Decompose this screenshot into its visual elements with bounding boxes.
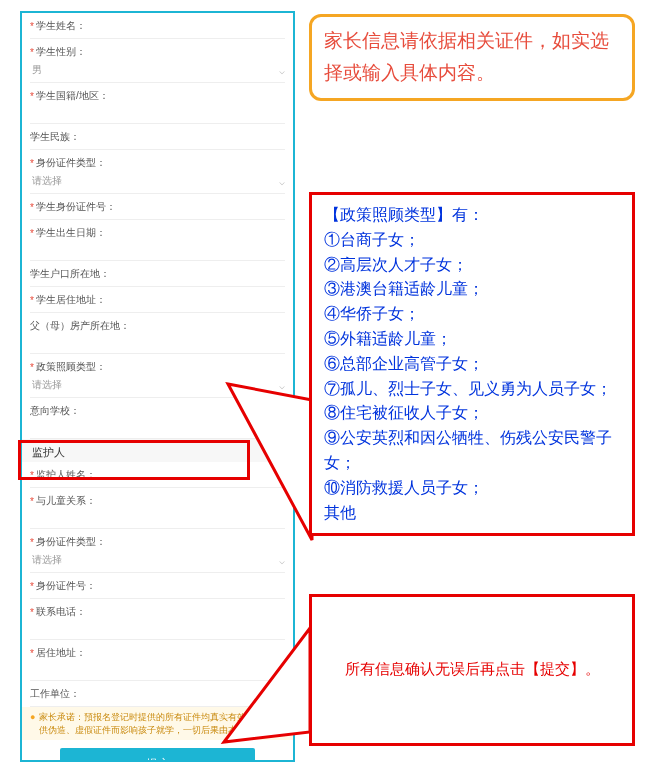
label: 学生国籍/地区： (36, 89, 109, 103)
field-residence[interactable]: *学生居住地址： (30, 287, 285, 313)
policy-item: ④华侨子女； (324, 302, 620, 327)
annotation-policy-types: 【政策照顾类型】有： ①台商子女；②高层次人才子女；③港澳台籍适龄儿童；④华侨子… (309, 192, 635, 536)
form-area: *学生姓名： *学生性别： 男⌵ *学生国籍/地区： 学生民族： *身份证件类型… (22, 13, 293, 762)
policy-item: ⑩消防救援人员子女； (324, 476, 620, 501)
value: 请选择 (32, 378, 62, 392)
field-birthdate[interactable]: *学生出生日期： (30, 220, 285, 261)
label: 父（母）房产所在地： (30, 319, 130, 333)
value: 男 (32, 63, 42, 77)
field-workplace[interactable]: 工作单位： (30, 681, 285, 707)
field-id-number[interactable]: *学生身份证件号： (30, 194, 285, 220)
policy-item: ⑨公安英烈和因公牺牲、伤残公安民警子女； (324, 426, 620, 476)
label: 意向学校： (30, 404, 80, 418)
warning-icon: ● (30, 711, 35, 736)
chevron-down-icon: ⌵ (279, 555, 285, 566)
field-property[interactable]: 父（母）房产所在地： (30, 313, 285, 354)
phone-frame: *学生姓名： *学生性别： 男⌵ *学生国籍/地区： 学生民族： *身份证件类型… (20, 11, 295, 762)
label: 学生民族： (30, 130, 80, 144)
label: 学生性别： (36, 45, 86, 59)
annotation-text: 所有信息确认无误后再点击【提交】。 (345, 657, 600, 683)
label: 学生身份证件号： (36, 200, 116, 214)
field-guardian-id-number[interactable]: *身份证件号： (30, 573, 285, 599)
label: 学生居住地址： (36, 293, 106, 307)
disclaimer-text: 家长承诺：預报名登记时提供的所有证件均真实有效。如因提供伪造、虚假证件而影响孩子… (39, 711, 285, 736)
policy-item: ⑤外籍适龄儿童； (324, 327, 620, 352)
label: 学生姓名： (36, 19, 86, 33)
label: 学生出生日期： (36, 226, 106, 240)
annotation-submit-confirm: 所有信息确认无误后再点击【提交】。 (309, 594, 635, 746)
value: 请选择 (32, 553, 62, 567)
chevron-down-icon: ⌵ (279, 65, 285, 76)
policy-item: ⑦孤儿、烈士子女、见义勇为人员子女； (324, 377, 620, 402)
field-preferred-school[interactable]: 意向学校： (30, 398, 285, 439)
annotation-parent-info: 家长信息请依据相关证件，如实选择或输入具体内容。 (309, 14, 635, 101)
annotation-text: 家长信息请依据相关证件，如实选择或输入具体内容。 (324, 30, 609, 83)
label: 居住地址： (36, 646, 86, 660)
policy-item: ⑥总部企业高管子女； (324, 352, 620, 377)
field-hukou[interactable]: 学生户口所在地： (30, 261, 285, 287)
policy-item: ①台商子女； (324, 228, 620, 253)
policy-item: 其他 (324, 501, 620, 526)
label: 联系电话： (36, 605, 86, 619)
label: 政策照顾类型： (36, 360, 106, 374)
field-guardian-id-type[interactable]: *身份证件类型： 请选择⌵ (30, 529, 285, 573)
field-nationality[interactable]: *学生国籍/地区： (30, 83, 285, 124)
policy-list: ①台商子女；②高层次人才子女；③港澳台籍适龄儿童；④华侨子女；⑤外籍适龄儿童；⑥… (324, 228, 620, 526)
label: 身份证件类型： (36, 535, 106, 549)
label: 工作单位： (30, 687, 80, 701)
field-student-gender[interactable]: *学生性别： 男⌵ (30, 39, 285, 83)
field-ethnicity[interactable]: 学生民族： (30, 124, 285, 150)
policy-item: ②高层次人才子女； (324, 253, 620, 278)
label: 身份证件号： (36, 579, 96, 593)
label: 学生户口所在地： (30, 267, 110, 281)
field-policy-type[interactable]: *政策照顾类型： 请选择⌵ (30, 354, 285, 398)
field-student-name[interactable]: *学生姓名： (30, 13, 285, 39)
value: 请选择 (32, 174, 62, 188)
submit-button[interactable]: 提交 (60, 748, 255, 762)
policy-item: ③港澳台籍适龄儿童； (324, 277, 620, 302)
field-guardian-name[interactable]: *监护人姓名： (30, 462, 285, 488)
field-id-type[interactable]: *身份证件类型： 请选择⌵ (30, 150, 285, 194)
field-guardian-residence[interactable]: *居住地址： (30, 640, 285, 681)
field-phone[interactable]: *联系电话： (30, 599, 285, 640)
field-relationship[interactable]: *与儿童关系： (30, 488, 285, 529)
label: 身份证件类型： (36, 156, 106, 170)
section-guardian: 监护人 (22, 439, 293, 462)
disclaimer: ● 家长承诺：預报名登记时提供的所有证件均真实有效。如因提供伪造、虚假证件而影响… (22, 707, 293, 740)
label: 与儿童关系： (36, 494, 96, 508)
chevron-down-icon: ⌵ (279, 176, 285, 187)
label: 监护人姓名： (36, 468, 96, 482)
policy-title: 【政策照顾类型】有： (324, 203, 620, 228)
chevron-down-icon: ⌵ (279, 380, 285, 391)
policy-item: ⑧住宅被征收人子女； (324, 401, 620, 426)
